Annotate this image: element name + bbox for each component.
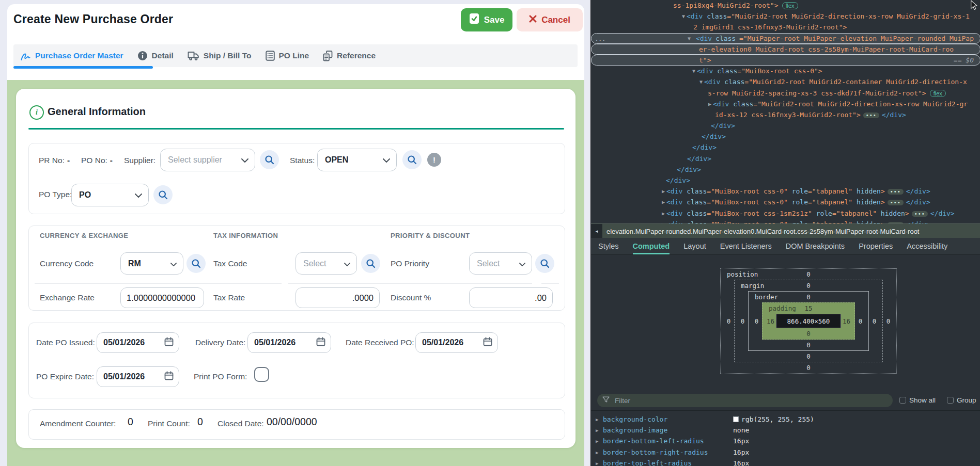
dom-tree-row[interactable]: ▶<div class="MuiGrid2-root MuiGrid2-dire… [591, 99, 980, 109]
computed-property-row[interactable]: ▶border-bottom-right-radius16px [591, 447, 980, 458]
devtools-tab-styles[interactable]: Styles [598, 238, 619, 254]
tax-code-search-button[interactable] [361, 254, 380, 273]
value-token: ss-1pi8xg4-MuiGrid2-root"> [673, 2, 779, 9]
filter-pill[interactable] [597, 394, 893, 407]
dom-tree-row[interactable]: er-elevation0 MuiCard-root css-2s58ym-Mu… [591, 44, 980, 55]
supplier-select[interactable]: Select supplier [160, 149, 255, 171]
property-value: none [733, 425, 749, 436]
tag-token: </div> [906, 187, 930, 195]
group-checkbox[interactable] [947, 397, 954, 404]
dom-tree-row[interactable]: ▶<div class="MuiBox-root css-0" role="ta… [591, 197, 980, 207]
currency-search-button[interactable] [186, 254, 206, 273]
value-token: ="MuiGrid2-root MuiGrid2-direction-xs-ro… [727, 12, 970, 20]
delivery-date-input[interactable]: 05/01/2026 [247, 332, 331, 353]
po-expire-date-input[interactable]: 05/01/2026 [97, 366, 179, 387]
status-select[interactable]: OPEN [317, 149, 397, 171]
exchange-rate-input[interactable]: 1.0000000000000 [120, 287, 204, 308]
po-type-select[interactable]: PO [71, 184, 149, 206]
dom-tree-row[interactable]: ▼<div class="MuiBox-root css-0"> [591, 66, 980, 76]
devtools-tab-event-listeners[interactable]: Event Listeners [720, 238, 772, 254]
dom-tree-row[interactable]: t"> == $0 [591, 55, 980, 66]
po-type-search-button[interactable] [153, 185, 173, 204]
print-po-form-label: Print PO Form: [194, 372, 247, 381]
devtools-tab-layout[interactable]: Layout [683, 238, 706, 254]
dom-tree-row[interactable]: ▶<div class="MuiBox-root css-0" role="ta… [591, 219, 980, 223]
tax-code-select[interactable]: Select [295, 252, 357, 275]
computed-property-row[interactable]: ▶border-bottom-left-radius16px [591, 436, 980, 446]
box-model-label: padding [769, 304, 796, 312]
box-model-value: 0 [751, 317, 762, 325]
box-model-value: 0 [803, 330, 814, 338]
tax-rate-input[interactable]: .0000 [295, 287, 380, 308]
ellipsis-expand-button[interactable]: ••• [888, 189, 904, 195]
cancel-button[interactable]: Cancel [517, 8, 583, 31]
tab-purchase-order-master[interactable]: Purchase Order Master [20, 51, 123, 61]
devtools-tab-bar: StylesComputedLayoutEvent ListenersDOM B… [591, 238, 980, 255]
dom-tree-row[interactable]: ▶<div class="MuiBox-root css-0" role="ta… [591, 186, 980, 197]
breadcrumb-scroll-left-button[interactable]: ◄ [591, 224, 602, 238]
dom-tree-row[interactable]: ss-1pi8xg4-MuiGrid2-root">flex [591, 0, 980, 11]
box-model-padding: padding1516866.400×560160 [762, 302, 855, 340]
po-priority-search-button[interactable] [535, 254, 554, 273]
tab-detail[interactable]: Detail [137, 51, 174, 61]
value-token: id-xs-12 css-16fnxy3-MuiGrid2-root"> [715, 111, 861, 119]
value-token: 2 imgGird1 css-16fnxy3-MuiGrid2-root"> [693, 23, 847, 31]
value-token: ="tabpanel" [832, 210, 877, 217]
filter-input[interactable] [614, 396, 888, 405]
pr-no-value: - [67, 156, 70, 165]
dom-tree-row[interactable]: </div> [591, 164, 980, 175]
dom-tree-row[interactable]: 2 imgGird1 css-16fnxy3-MuiGrid2-root"> [591, 22, 980, 33]
dom-tree-row[interactable]: ▼<div class="MuiGrid2-root MuiGrid2-cont… [591, 76, 980, 87]
tab-reference[interactable]: Reference [323, 51, 376, 61]
computed-property-row[interactable]: ▶background-colorrgb(255, 255, 255) [591, 414, 980, 425]
date-po-issued-input[interactable]: 05/01/2026 [97, 332, 179, 353]
ellipsis-expand-button[interactable]: ••• [888, 200, 904, 205]
attribute-token: class [720, 78, 744, 86]
print-po-form-checkbox[interactable] [254, 367, 269, 382]
box-model-value: 0 [803, 293, 814, 301]
dom-tree-row[interactable]: </div> [591, 120, 980, 131]
devtools-tab-accessibility[interactable]: Accessibility [907, 238, 947, 254]
dom-tree-row[interactable]: id-xs-12 css-16fnxy3-MuiGrid2-root">•••<… [591, 109, 980, 120]
box-model-value: 0 [855, 317, 866, 325]
property-value: 16px [733, 447, 749, 458]
tag-token: <div [666, 210, 682, 217]
property-value: rgb(255, 255, 255) [733, 414, 814, 425]
tab-ship-bill-to[interactable]: Ship / Bill To [188, 51, 252, 61]
ellipsis-expand-button[interactable]: ••• [863, 113, 879, 118]
dom-tree-row[interactable]: s-row MuiGrid2-spacing-xs-3 css-dkd71f-M… [591, 88, 980, 99]
currency-code-select[interactable]: RM [120, 252, 183, 275]
currency-code-label: Currency Code [40, 259, 94, 268]
dom-tree-row[interactable]: </div> [591, 131, 980, 142]
tab-po-line[interactable]: PO Line [266, 51, 309, 61]
show-all-checkbox[interactable] [899, 397, 906, 404]
dom-tree-row[interactable]: </div> [591, 142, 980, 153]
computed-property-row[interactable]: ▶border-top-left-radius16px [591, 458, 980, 466]
tab-label: PO Line [279, 51, 309, 60]
devtools-tab-properties[interactable]: Properties [859, 238, 893, 254]
box-model-diagram[interactable]: position00margin00border00padding1516866… [720, 268, 897, 374]
dom-tree-row[interactable]: ▶<div class="MuiBox-root css-1sm2s1z" ro… [591, 208, 980, 219]
delivery-date-label: Delivery Date: [195, 338, 245, 347]
expand-arrow-icon: ▼ [688, 33, 691, 44]
dom-tree-row[interactable]: </div> [591, 153, 980, 164]
dom-tree-row[interactable]: ...▼<div class="MuiPaper-root MuiPaper-e… [591, 33, 980, 44]
breadcrumb[interactable]: elevation.MuiPaper-rounded.MuiPaper-elev… [606, 228, 919, 235]
value-token: ="MuiBox-root css-0" [707, 187, 788, 195]
discount-input[interactable]: .00 [469, 287, 553, 308]
attribute-token: class [715, 33, 736, 44]
computed-property-row[interactable]: ▶background-imagenone [591, 425, 980, 436]
po-priority-select[interactable]: Select [469, 252, 532, 275]
devtools-tab-dom-breakpoints[interactable]: DOM Breakpoints [786, 238, 845, 254]
date-received-input[interactable]: 05/01/2026 [415, 332, 498, 353]
box-model-margin: margin00border00padding1516866.400×56016… [734, 280, 883, 362]
dom-tree-row[interactable]: ▼<div class="MuiGrid2-root MuiGrid2-dire… [591, 11, 980, 22]
status-search-button[interactable] [402, 150, 422, 169]
devtools-tab-computed[interactable]: Computed [633, 238, 670, 254]
ellipsis-expand-button[interactable]: ••• [912, 211, 928, 217]
supplier-search-button[interactable] [260, 150, 279, 169]
dom-tree-row[interactable]: </div> [591, 175, 980, 186]
screen: Create New Purchase Order Save Cancel Pu… [0, 0, 980, 466]
save-button[interactable]: Save [461, 8, 512, 31]
value-token: t"> [699, 55, 711, 66]
